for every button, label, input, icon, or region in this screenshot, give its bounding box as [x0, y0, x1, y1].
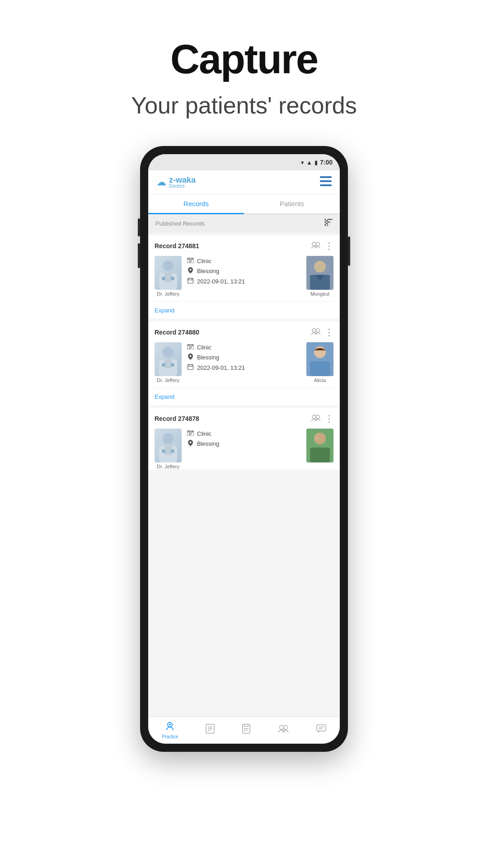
record-details-2: Clinic Blessing	[186, 342, 302, 371]
svg-point-58	[189, 442, 191, 443]
record-card-3: Record 274878 ⋮	[148, 408, 340, 469]
nav-item-messages[interactable]	[316, 724, 326, 736]
power-button[interactable]	[348, 236, 350, 266]
status-bar: ▾ ▲ ▮ 7:00	[148, 154, 340, 170]
doctor-name-2: Dr. Jeffery	[157, 377, 179, 383]
record-type-1: Clinic	[197, 258, 211, 264]
more-options-icon-1[interactable]: ⋮	[324, 241, 333, 251]
detail-location-2: Blessing	[186, 354, 302, 361]
page-subtitle: Your patients' records	[131, 92, 357, 119]
tab-records[interactable]: Records	[148, 194, 244, 214]
doctor-name-1: Dr. Jeffery	[157, 291, 179, 297]
svg-rect-74	[317, 725, 326, 731]
logo-cloud-icon: ☁	[156, 176, 166, 188]
patient-col-2: Alicia	[306, 342, 333, 383]
detail-location-3: Blessing	[186, 440, 302, 448]
svg-point-20	[189, 269, 191, 271]
nav-item-docs[interactable]	[242, 724, 251, 736]
record-id-2: Record 274880	[155, 329, 199, 336]
svg-rect-46	[310, 361, 330, 376]
svg-point-7	[326, 221, 328, 223]
svg-rect-51	[164, 446, 172, 455]
doctor-avatar-1	[155, 256, 182, 290]
docs-nav-icon	[242, 724, 251, 736]
svg-point-53	[171, 449, 174, 453]
location-icon-3	[186, 440, 194, 448]
svg-point-11	[163, 260, 174, 271]
doctor-col-1: Dr. Jeffery	[155, 256, 182, 297]
patient-col-1: Mongkut	[306, 256, 333, 297]
expand-button-1[interactable]: Expand	[155, 307, 174, 314]
location-icon-2	[186, 354, 194, 361]
doctor-col-3: Dr. Jeffery	[155, 429, 182, 469]
page-title: Capture	[170, 36, 318, 83]
record-header-icons-3: ⋮	[311, 413, 333, 424]
doctor-avatar-2	[155, 342, 182, 376]
more-options-icon-3[interactable]: ⋮	[324, 413, 333, 424]
record-card-1: Record 274881 ⋮	[148, 235, 340, 319]
svg-rect-40	[188, 365, 193, 370]
patient-col-3	[306, 429, 333, 462]
record-card-2: Record 274880 ⋮	[148, 321, 340, 405]
record-header-1: Record 274881 ⋮	[155, 241, 333, 251]
calendar-icon-2	[186, 364, 194, 371]
record-type-2: Clinic	[197, 344, 211, 351]
record-id-1: Record 274881	[155, 242, 199, 250]
svg-point-10	[316, 242, 319, 246]
record-location-1: Blessing	[197, 268, 219, 274]
svg-point-28	[312, 329, 316, 332]
filter-icon[interactable]	[324, 219, 333, 228]
doctor-name-3: Dr. Jeffery	[157, 464, 179, 469]
tab-patients[interactable]: Patients	[244, 194, 340, 213]
record-date-1: 2022-09-01, 13:21	[197, 278, 245, 285]
volume-down-button[interactable]	[138, 243, 140, 268]
patient-avatar-2	[306, 342, 333, 376]
calendar-icon-1	[186, 278, 194, 285]
clinic-icon-2	[186, 344, 194, 351]
record-header-3: Record 274878 ⋮	[155, 413, 333, 424]
filter-label: Published Records	[155, 220, 205, 227]
logo-text: z-waka Doctors	[169, 176, 196, 189]
detail-location-1: Blessing	[186, 267, 302, 275]
svg-point-8	[326, 224, 328, 226]
svg-point-48	[316, 415, 319, 419]
record-id-3: Record 274878	[155, 415, 199, 422]
svg-point-29	[316, 329, 319, 332]
detail-type-3: Clinic	[186, 430, 302, 437]
nav-item-records[interactable]	[206, 724, 215, 736]
doctor-avatar-3	[155, 429, 182, 462]
svg-point-45	[314, 346, 326, 358]
logo-name: z-waka	[169, 176, 196, 184]
svg-point-72	[280, 726, 284, 730]
practice-label: Practice	[162, 734, 178, 739]
svg-rect-0	[320, 176, 332, 178]
group-icon-2[interactable]	[311, 328, 321, 337]
nav-item-patients[interactable]	[278, 725, 289, 735]
svg-point-30	[163, 347, 174, 358]
svg-point-64	[169, 724, 171, 726]
status-time: 7:00	[320, 159, 333, 166]
svg-point-33	[162, 363, 165, 367]
svg-point-14	[162, 277, 165, 280]
detail-date-2: 2022-09-01, 13:21	[186, 364, 302, 371]
battery-icon: ▮	[314, 159, 318, 166]
more-options-icon-2[interactable]: ⋮	[324, 327, 333, 338]
svg-rect-1	[320, 180, 332, 182]
patient-avatar-3	[306, 429, 333, 462]
status-icons: ▾ ▲ ▮ 7:00	[301, 159, 333, 166]
nav-item-practice[interactable]: Practice	[162, 721, 178, 739]
volume-up-button[interactable]	[138, 218, 140, 236]
expand-button-2[interactable]: Expand	[155, 393, 174, 400]
svg-point-9	[312, 242, 316, 246]
location-icon-1	[186, 267, 194, 275]
record-details-1: Clinic Blessing	[186, 256, 302, 285]
svg-rect-32	[164, 359, 172, 368]
group-icon-3[interactable]	[311, 414, 321, 424]
hamburger-menu-icon[interactable]	[320, 176, 332, 188]
group-icon-1[interactable]	[311, 241, 321, 251]
logo-subtitle: Doctors	[169, 184, 196, 189]
svg-point-62	[314, 436, 319, 441]
svg-rect-2	[320, 184, 332, 186]
practice-icon	[165, 721, 175, 733]
detail-date-1: 2022-09-01, 13:21	[186, 278, 302, 285]
